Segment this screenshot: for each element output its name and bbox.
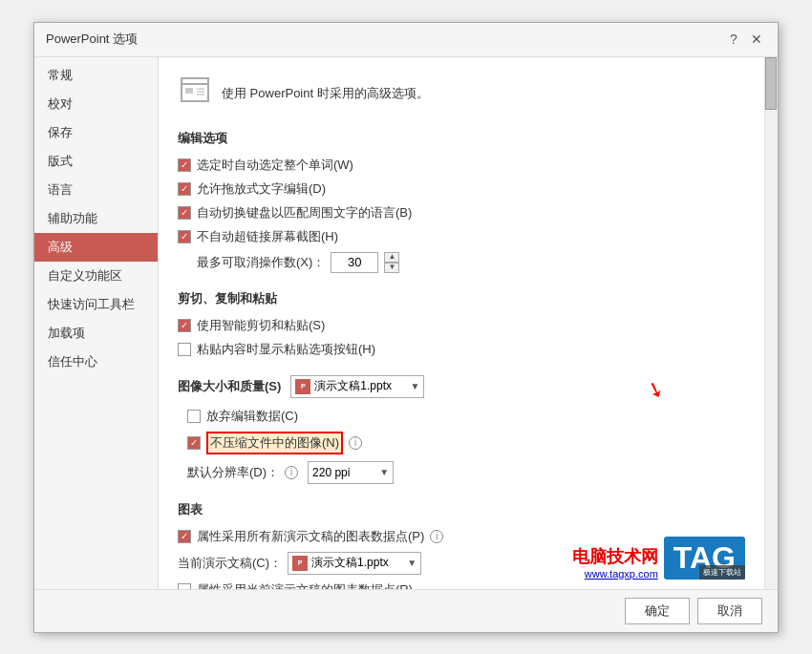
clip-opt1-row: ✓ 使用智能剪切和粘贴(S): [178, 317, 741, 334]
image-pptx-dropdown[interactable]: P 演示文稿1.pptx ▼: [290, 375, 424, 398]
dialog: PowerPoint 选项 ? ✕ 常规 校对 保存 版式 语言 辅助功能 高级…: [33, 22, 779, 633]
chart-pptx-dropdown[interactable]: P 演示文稿1.pptx ▼: [288, 552, 421, 575]
image-section: 图像大小和质量(S) P 演示文稿1.pptx ▼ 放弃编辑数据(C) ✓ 不压…: [178, 375, 741, 484]
edit-section: 编辑选项 ✓ 选定时自动选定整个单词(W) ✓ 允许拖放式文字编辑(D) ✓ 自…: [178, 130, 741, 273]
dialog-footer: 确定 取消: [34, 589, 778, 632]
sidebar: 常规 校对 保存 版式 语言 辅助功能 高级 自定义功能区 快速访问工具栏 加载…: [34, 57, 159, 589]
ch-opt1-row: ✓ 属性采用所有新演示文稿的图表数据点(P) i: [178, 528, 741, 545]
image-section-title: 图像大小和质量(S): [178, 378, 281, 395]
edit-opt1-row: ✓ 选定时自动选定整个单词(W): [178, 157, 741, 174]
scrollbar-thumb[interactable]: [765, 57, 777, 110]
sidebar-item-accessibility[interactable]: 辅助功能: [34, 204, 158, 233]
help-button[interactable]: ?: [724, 30, 743, 49]
edit-opt4-checkbox[interactable]: ✓: [178, 230, 191, 243]
sidebar-item-layout[interactable]: 版式: [34, 147, 158, 176]
clip-opt1-label[interactable]: 使用智能剪切和粘贴(S): [197, 317, 325, 334]
img-opt1-row: 放弃编辑数据(C): [187, 408, 741, 425]
ch-opt1-label[interactable]: 属性采用所有新演示文稿的图表数据点(P): [197, 528, 424, 545]
edit-opt3-checkbox[interactable]: ✓: [178, 206, 191, 220]
ok-button[interactable]: 确定: [625, 598, 690, 624]
chart-pptx-arrow: ▼: [407, 558, 417, 568]
edit-opt1-label[interactable]: 选定时自动选定整个单词(W): [197, 157, 353, 174]
cancel-button[interactable]: 取消: [697, 598, 762, 624]
svg-rect-2: [185, 88, 193, 94]
img-opt2-highlighted: 不压缩文件中的图像(N): [206, 432, 343, 454]
clipboard-section-title: 剪切、复制和粘贴: [178, 290, 741, 307]
sidebar-item-customize-ribbon[interactable]: 自定义功能区: [34, 262, 158, 290]
img-opt2-checkbox[interactable]: ✓: [187, 436, 201, 450]
edit-opt4-row: ✓ 不自动超链接屏幕截图(H): [178, 228, 741, 245]
img-opt2-label[interactable]: 不压缩文件中的图像(N): [210, 434, 339, 452]
sidebar-item-trust-center[interactable]: 信任中心: [34, 348, 158, 376]
scrollbar[interactable]: [764, 57, 778, 589]
edit-opt2-label[interactable]: 允许拖放式文字编辑(D): [197, 180, 326, 198]
edit-opt3-row: ✓ 自动切换键盘以匹配周围文字的语言(B): [178, 204, 741, 222]
undo-spinner: ▲ ▼: [384, 252, 399, 273]
sidebar-item-proofing[interactable]: 校对: [34, 90, 158, 118]
undo-down-arrow[interactable]: ▼: [384, 263, 399, 273]
ch-opt2-checkbox[interactable]: [178, 583, 191, 589]
content-header-text: 使用 PowerPoint 时采用的高级选项。: [222, 85, 429, 102]
undo-input[interactable]: [331, 252, 378, 273]
title-bar: PowerPoint 选项 ? ✕: [34, 23, 778, 57]
content-header: 使用 PowerPoint 时采用的高级选项。: [178, 73, 741, 115]
undo-row: 最多可取消操作数(X)： ▲ ▼: [197, 252, 741, 273]
ch-current-row: 当前演示文稿(C)： P 演示文稿1.pptx ▼: [178, 552, 741, 575]
chart-section-title: 图表: [178, 501, 741, 518]
sidebar-item-general[interactable]: 常规: [34, 61, 158, 90]
ch-opt1-info-icon[interactable]: i: [430, 530, 443, 543]
clip-opt1-checkbox[interactable]: ✓: [178, 319, 191, 332]
dpi-info-icon[interactable]: i: [285, 466, 298, 479]
ch-opt2-label[interactable]: 属性采用当前演示文稿的图表数据点(R): [197, 581, 413, 589]
edit-opt1-checkbox[interactable]: ✓: [178, 158, 191, 172]
ch-opt2-row: 属性采用当前演示文稿的图表数据点(R): [178, 581, 741, 589]
dpi-arrow: ▼: [379, 467, 389, 477]
edit-opt3-label[interactable]: 自动切换键盘以匹配周围文字的语言(B): [197, 204, 412, 222]
clip-opt2-checkbox[interactable]: [178, 343, 191, 356]
dialog-body: 常规 校对 保存 版式 语言 辅助功能 高级 自定义功能区 快速访问工具栏 加载…: [34, 57, 778, 589]
content-area: 使用 PowerPoint 时采用的高级选项。 编辑选项 ✓ 选定时自动选定整个…: [159, 57, 764, 589]
settings-icon: [178, 73, 212, 115]
sidebar-item-advanced[interactable]: 高级: [34, 233, 158, 262]
sidebar-item-addins[interactable]: 加载项: [34, 319, 158, 348]
ch-current-label: 当前演示文稿(C)：: [178, 555, 282, 572]
dpi-dropdown[interactable]: 220 ppi ▼: [308, 461, 394, 484]
dpi-value: 220 ppi: [312, 466, 375, 479]
close-button[interactable]: ✕: [747, 30, 766, 49]
img-opt1-label[interactable]: 放弃编辑数据(C): [206, 408, 298, 425]
sidebar-item-language[interactable]: 语言: [34, 176, 158, 204]
img-opt2-info-icon[interactable]: i: [349, 436, 362, 450]
sidebar-item-save[interactable]: 保存: [34, 118, 158, 147]
clipboard-section: 剪切、复制和粘贴 ✓ 使用智能剪切和粘贴(S) 粘贴内容时显示粘贴选项按钮(H): [178, 290, 741, 358]
dpi-label: 默认分辨率(D)：: [187, 464, 279, 481]
chart-section: 图表 ✓ 属性采用所有新演示文稿的图表数据点(P) i 当前演示文稿(C)： P…: [178, 501, 741, 589]
title-controls: ? ✕: [724, 30, 766, 49]
img-opt2-row: ✓ 不压缩文件中的图像(N) i: [187, 432, 741, 454]
clip-opt2-label[interactable]: 粘贴内容时显示粘贴选项按钮(H): [197, 341, 375, 358]
img-opt1-checkbox[interactable]: [187, 410, 201, 423]
edit-opt2-row: ✓ 允许拖放式文字编辑(D): [178, 180, 741, 198]
image-pptx-arrow: ▼: [410, 381, 419, 391]
pptx-icon: P: [295, 379, 310, 394]
edit-section-title: 编辑选项: [178, 130, 741, 147]
dialog-title: PowerPoint 选项: [46, 31, 138, 48]
chart-pptx-icon: P: [292, 556, 308, 571]
undo-up-arrow[interactable]: ▲: [384, 252, 399, 263]
clip-opt2-row: 粘贴内容时显示粘贴选项按钮(H): [178, 341, 741, 358]
edit-opt4-label[interactable]: 不自动超链接屏幕截图(H): [197, 228, 338, 245]
chart-pptx-text: 演示文稿1.pptx: [311, 555, 403, 571]
image-pptx-text: 演示文稿1.pptx: [314, 378, 406, 394]
undo-label: 最多可取消操作数(X)：: [197, 254, 325, 271]
edit-opt2-checkbox[interactable]: ✓: [178, 182, 191, 196]
ch-opt1-checkbox[interactable]: ✓: [178, 530, 191, 543]
sidebar-item-quick-access[interactable]: 快速访问工具栏: [34, 290, 158, 319]
dpi-row: 默认分辨率(D)： i 220 ppi ▼: [187, 461, 741, 484]
